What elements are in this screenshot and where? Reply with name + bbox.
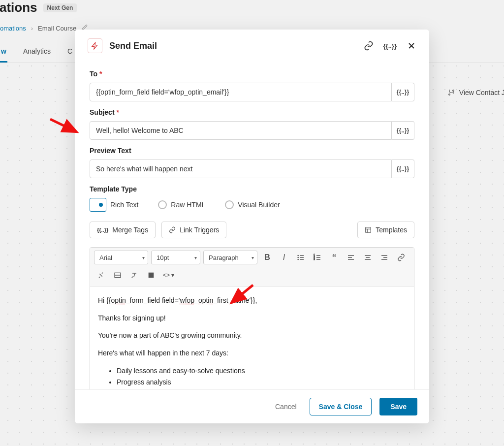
subject-input[interactable]: [90, 121, 392, 140]
clear-format-icon[interactable]: [127, 268, 141, 282]
editor-body[interactable]: Hi {{optin_form_field field='wfop_optin_…: [90, 287, 414, 389]
template-icon: [365, 226, 372, 233]
templates-button[interactable]: Templates: [357, 222, 414, 238]
font-family-select[interactable]: Arial: [94, 251, 148, 264]
italic-icon[interactable]: I: [277, 251, 291, 264]
cancel-button[interactable]: Cancel: [270, 399, 302, 414]
subject-merge-button[interactable]: {{..}}: [392, 121, 414, 140]
insert-link-icon[interactable]: [394, 251, 408, 264]
radio-icon: [90, 198, 106, 212]
save-close-button[interactable]: Save & Close: [310, 398, 372, 415]
numbered-list-icon[interactable]: 123: [311, 251, 324, 264]
rich-text-editor: Arial 10pt Paragraph B I 123 “: [90, 247, 414, 389]
svg-point-3: [298, 255, 298, 255]
preview-text-label: Preview Text: [90, 147, 414, 155]
to-merge-button[interactable]: {{..}}: [392, 83, 414, 101]
svg-point-5: [298, 259, 298, 259]
svg-rect-10: [149, 273, 154, 278]
bolt-icon: [88, 38, 102, 53]
save-button[interactable]: Save: [379, 398, 417, 415]
block-format-select[interactable]: Paragraph: [203, 251, 257, 264]
align-left-icon[interactable]: [344, 251, 358, 264]
preview-text-input[interactable]: [90, 159, 392, 178]
svg-text:3: 3: [314, 258, 315, 260]
close-icon[interactable]: [407, 41, 416, 51]
fullscreen-icon[interactable]: [144, 268, 158, 282]
radio-icon: [158, 200, 167, 209]
template-type-label: Template Type: [90, 185, 414, 193]
unlink-icon[interactable]: [94, 268, 108, 282]
merge-tags-button[interactable]: {{..}} Merge Tags: [90, 222, 156, 238]
font-size-select[interactable]: 10pt: [151, 251, 200, 264]
preview-merge-button[interactable]: {{..}}: [392, 159, 414, 178]
merge-tag-icon: {{..}}: [97, 227, 108, 233]
radio-raw-html[interactable]: Raw HTML: [158, 200, 205, 209]
svg-point-4: [298, 257, 298, 257]
to-label: To*: [90, 70, 414, 78]
link-triggers-button[interactable]: Link Triggers: [161, 222, 226, 238]
link-icon: [169, 226, 176, 233]
radio-icon: [225, 200, 234, 209]
merge-tag-icon[interactable]: {{..}}: [383, 42, 397, 50]
to-input[interactable]: [90, 83, 392, 101]
bullet-list-icon[interactable]: [294, 251, 308, 264]
align-center-icon[interactable]: [361, 251, 375, 264]
subject-label: Subject*: [90, 108, 414, 116]
code-view-icon[interactable]: <> ▾: [161, 268, 176, 282]
send-email-modal: Send Email {{..}} To* {{..}} Sub: [75, 30, 429, 423]
radio-visual-builder[interactable]: Visual Builder: [225, 200, 280, 209]
quote-icon[interactable]: “: [327, 251, 341, 264]
bold-icon[interactable]: B: [260, 251, 274, 264]
svg-rect-2: [366, 227, 371, 233]
link-icon[interactable]: [364, 41, 374, 51]
align-right-icon[interactable]: [378, 251, 391, 264]
hr-icon[interactable]: [111, 268, 125, 282]
radio-rich-text[interactable]: Rich Text: [90, 198, 138, 212]
modal-title: Send Email: [109, 41, 157, 51]
